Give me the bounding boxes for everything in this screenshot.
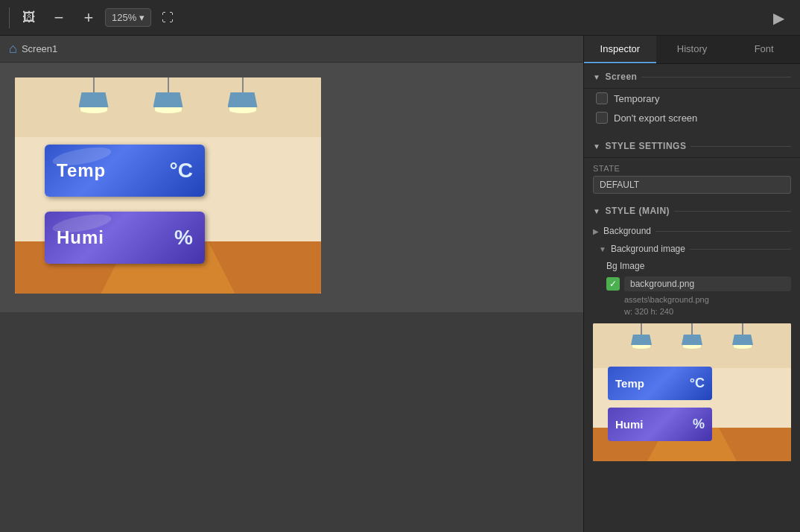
screen-section-label: Screen: [605, 72, 637, 82]
style-main-header: ▼ STYLE (MAIN): [584, 200, 800, 222]
bg-filename[interactable]: background.png: [624, 276, 791, 291]
thumb-temp-unit: °C: [690, 376, 705, 391]
lamp-light: [229, 107, 256, 113]
zoom-out-button[interactable]: −: [45, 4, 72, 31]
thumb-lamp-center: [682, 323, 702, 349]
main-content: ⌂ Screen1: [0, 36, 800, 532]
check-mark-icon: ✓: [609, 279, 617, 289]
canvas-bottom: [0, 312, 583, 532]
image-tool-button[interactable]: 🖼: [16, 4, 42, 31]
bg-image-line: [690, 249, 791, 250]
screen-name-label: Screen1: [22, 43, 57, 54]
humi-unit: %: [174, 226, 193, 250]
screen-section-header: ▼ Screen: [584, 64, 800, 89]
thumb-lamp-cord: [641, 323, 642, 335]
background-expand-icon[interactable]: ▶: [593, 227, 599, 235]
image-icon: 🖼: [22, 10, 36, 25]
thumb-lamp-shade: [631, 335, 652, 345]
background-label: Background: [603, 226, 651, 236]
breadcrumb: ⌂ Screen1: [0, 36, 583, 63]
humi-widget[interactable]: Humi %: [45, 212, 205, 264]
style-main-label: STYLE (MAIN): [605, 206, 670, 216]
thumb-humi-widget: Humi %: [608, 408, 712, 441]
dont-export-checkbox[interactable]: [596, 112, 608, 124]
style-collapse-btn[interactable]: ▼: [593, 142, 600, 151]
style-settings-header: ▼ STYLE SETTINGS: [584, 133, 800, 158]
zoom-label: 125%: [112, 12, 136, 23]
temporary-row: Temporary: [584, 89, 800, 108]
ceiling: [15, 77, 321, 137]
background-line: [655, 231, 791, 232]
play-icon: ▶: [773, 9, 784, 27]
thumb-lamp-light: [734, 345, 752, 349]
lamp-cord: [242, 77, 244, 92]
temp-widget[interactable]: Temp °C: [45, 145, 205, 197]
bg-image-field-label: Bg Image: [606, 258, 791, 274]
thumb-lamp-shade: [732, 335, 753, 345]
style-section-line: [691, 146, 791, 147]
screen-section-line: [641, 77, 791, 77]
thumb-temp-widget: Temp °C: [608, 367, 712, 400]
play-button[interactable]: ▶: [763, 4, 794, 31]
thumb-lamp-left: [631, 323, 652, 349]
zoom-in-icon: +: [84, 8, 94, 28]
dont-export-row: Don't export screen: [584, 108, 800, 127]
thumb-lamp-right: [732, 323, 753, 349]
screen-preview: Temp °C Humi %: [15, 77, 321, 294]
thumb-lamp-cord: [742, 323, 743, 335]
lamp-light: [155, 107, 182, 113]
lamp-light: [80, 107, 107, 113]
bg-file-dimensions: w: 320 h: 240: [606, 305, 791, 317]
thumb-lamp-cord: [691, 323, 693, 335]
background-section: ▶ Background: [584, 222, 800, 240]
zoom-dropdown-icon: ▾: [139, 12, 145, 23]
home-icon[interactable]: ⌂: [9, 41, 17, 57]
style-main-line: [674, 211, 791, 212]
thumb-humi-label: Humi: [615, 418, 644, 431]
bg-image-label: Background image: [611, 244, 685, 254]
zoom-in-button[interactable]: +: [75, 4, 102, 31]
tab-font-label: Font: [755, 43, 774, 54]
panel-content: ▼ Screen Temporary Don't export screen ▼…: [584, 64, 800, 532]
lamp-right: [228, 77, 258, 115]
lamp-shade: [79, 92, 109, 107]
lamp-left: [79, 77, 109, 115]
temp-unit: °C: [170, 159, 193, 183]
state-row: STATE DEFAULT: [584, 158, 800, 200]
bg-file-path: assets\background.png: [606, 294, 791, 305]
screen-collapse-btn[interactable]: ▼: [593, 73, 600, 81]
fullscreen-button[interactable]: ⛶: [154, 4, 181, 31]
tab-history[interactable]: History: [656, 36, 728, 63]
tab-inspector[interactable]: Inspector: [584, 36, 656, 63]
lamp-shade: [153, 92, 183, 107]
lamp-cord: [168, 77, 169, 92]
temporary-checkbox[interactable]: [596, 92, 608, 104]
zoom-out-icon: −: [54, 8, 64, 28]
dont-export-label: Don't export screen: [614, 113, 697, 124]
right-panel: Inspector History Font ▼ Screen Temporar…: [583, 36, 800, 532]
style-settings-label: STYLE SETTINGS: [605, 141, 686, 151]
thumb-lamp-shade: [682, 335, 702, 345]
bg-image-file-row: ✓ background.png: [606, 274, 791, 294]
thumb-lamp-light: [683, 345, 701, 349]
thumb-humi-unit: %: [693, 417, 705, 432]
bg-image-section: ▼ Background image Bg Image ✓ background…: [584, 240, 800, 317]
lamp-shade: [228, 92, 258, 107]
lamp-cord: [93, 77, 95, 92]
thumb-lamp-light: [632, 345, 650, 349]
canvas-area: ⌂ Screen1: [0, 36, 583, 532]
style-main-collapse-btn[interactable]: ▼: [593, 207, 600, 215]
thumb-temp-label: Temp: [615, 377, 644, 390]
zoom-selector[interactable]: 125% ▾: [105, 8, 151, 27]
bg-image-collapse-icon[interactable]: ▼: [599, 245, 606, 253]
tab-font[interactable]: Font: [728, 36, 800, 63]
bg-image-header-row: ▼ Background image: [599, 240, 791, 258]
thumb-ceiling: [593, 323, 791, 368]
preview-background: Temp °C Humi %: [15, 77, 321, 294]
canvas-viewport[interactable]: Temp °C Humi %: [0, 63, 583, 312]
state-label: STATE: [593, 164, 791, 173]
state-value[interactable]: DEFAULT: [593, 176, 791, 194]
panel-tabs: Inspector History Font: [584, 36, 800, 64]
bg-image-checkbox[interactable]: ✓: [606, 277, 620, 291]
preview-thumbnail: Temp °C Humi %: [593, 323, 791, 461]
